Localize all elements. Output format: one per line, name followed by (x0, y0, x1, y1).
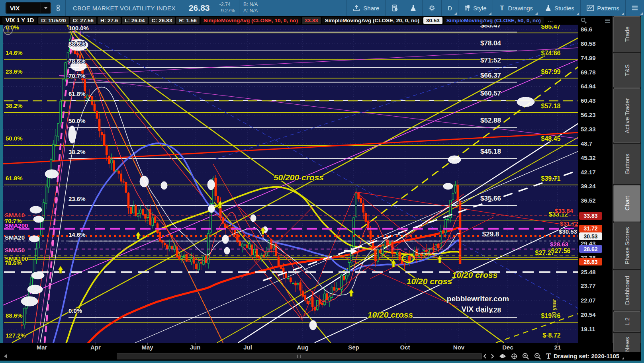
trading-platform-window: { "toolbar": { "symbol": "VIX", "descrip… (0, 0, 644, 363)
text-note-icon[interactable]: T (546, 352, 551, 360)
svg-text:$-8.72: $-8.72 (542, 332, 560, 339)
sidebar-tab-trade[interactable]: Trade (613, 16, 640, 52)
sidebar-tab-chart[interactable]: Chart (613, 185, 640, 222)
change-percent: -9.27% (219, 8, 235, 14)
price-badge: 33.83 (579, 212, 602, 220)
sidebar-tab-phase-scores[interactable]: Phase Scores (613, 222, 640, 269)
corner-triangle-icon (535, 12, 538, 15)
drawing-set-label: Drawing set: 2020-1105 (554, 353, 619, 359)
symbol-dropdown-button[interactable] (41, 3, 51, 13)
share-button[interactable]: Share (346, 0, 385, 16)
axis-tick-label: 36.52 (581, 197, 596, 204)
time-axis[interactable]: MarAprMayJunJulAugSepOctNovDec21 (0, 343, 612, 352)
chart-grid-icon[interactable] (605, 18, 611, 23)
svg-text:!: ! (7, 27, 9, 33)
study-label[interactable]: SimpleMovingAvg (CLOSE, 50, 0, no) (444, 17, 544, 24)
axis-tick-label: 86.6 (581, 26, 592, 33)
zoom-in-icon[interactable] (522, 353, 529, 360)
pan-left-icon[interactable] (4, 354, 7, 358)
study-label[interactable]: SimpleMovingAvg (CLOSE, 10, 0, no) (201, 17, 301, 24)
ask-value: A: N/A (243, 8, 258, 14)
window-border-right (641, 16, 644, 361)
settings-button[interactable] (422, 0, 441, 16)
month-label: May (141, 344, 153, 351)
svg-text:50/200 cross: 50/200 cross (274, 173, 324, 182)
patterns-button[interactable]: Patterns (580, 0, 625, 16)
svg-text:23.6%: 23.6% (6, 68, 23, 75)
chart-scrollbar[interactable] (117, 353, 482, 359)
ohlc-field: H: 27.6 (98, 17, 121, 24)
svg-text:10/20 cross: 10/20 cross (368, 310, 413, 319)
sidebar-tab-l-2[interactable]: L 2 (613, 311, 640, 332)
month-label: Nov (453, 344, 464, 351)
style-button[interactable]: Style (458, 0, 492, 16)
axis-tick-label: 80.58 (581, 40, 596, 47)
step-left-icon[interactable] (483, 354, 486, 359)
window-border-left (0, 25, 3, 361)
price-chart[interactable]: 0.0%14.6%23.6%38.2%50.0%61.8%88.6%127.2%… (0, 25, 578, 343)
timeframe-button[interactable]: D (441, 0, 458, 16)
axis-tick-label: 42.17 (581, 169, 596, 176)
axis-tick-label: 45.32 (581, 154, 596, 161)
svg-text:10/20 cross: 10/20 cross (407, 277, 452, 286)
sidebar-tab-active-trader[interactable]: Active Trader (613, 88, 640, 143)
chevron-down-icon (44, 7, 48, 9)
price-badge: 30.53 (579, 232, 602, 240)
axis-tick-label: 69.78 (581, 69, 596, 76)
study-value: 30.53 (423, 17, 442, 24)
step-right-icon[interactable] (491, 354, 494, 359)
divider (183, 0, 183, 16)
analyze-button[interactable] (404, 0, 422, 16)
month-label: Mar (37, 344, 47, 351)
axis-tick-label: 60.43 (581, 97, 596, 104)
svg-text:$27.27: $27.27 (535, 250, 555, 256)
study-value: 33.83 (302, 17, 321, 24)
drawing-set-button[interactable]: Drawing set: 2020-1105 (554, 353, 625, 359)
price-axis[interactable]: 86.680.5874.9969.7864.9460.4356.2352.334… (578, 25, 612, 343)
svg-text:61.8%: 61.8% (69, 90, 86, 97)
zoom-out-icon[interactable] (534, 353, 541, 360)
scrollbar-grip[interactable] (297, 355, 301, 358)
svg-text:VIX daily: VIX daily (461, 305, 493, 313)
corner-triangle-icon (622, 12, 624, 15)
corner-triangle-icon (577, 12, 579, 15)
symbol-description: CBOE MARKET VOLATILITY INDEX (73, 5, 176, 12)
ohlc-field: C: 26.83 (149, 17, 175, 24)
sidebar-tab-t-s[interactable]: T&S (613, 53, 640, 88)
svg-text:$35.66: $35.66 (480, 195, 501, 202)
studies-button[interactable]: Studies (539, 0, 580, 16)
chart-nav-icons: T (483, 352, 551, 361)
pan-to-end-icon[interactable] (499, 353, 506, 359)
svg-text:$71.52: $71.52 (480, 57, 501, 64)
svg-text:$57.18: $57.18 (541, 103, 561, 109)
svg-text:14.6%: 14.6% (6, 49, 23, 56)
menu-button[interactable] (625, 0, 644, 16)
bid-value: B: N/A (243, 2, 258, 8)
symbol-value: VIX (6, 5, 41, 12)
corner-triangle-icon (454, 12, 457, 15)
svg-text:pebblewriter.com: pebblewriter.com (447, 295, 509, 303)
button-label: Studies (554, 5, 574, 12)
axis-tick-label: 19.11 (581, 326, 595, 332)
axis-tick-label: 48.7 (581, 140, 592, 147)
ohlc-field: O: 27.56 (70, 17, 97, 24)
auto-center-icon[interactable] (511, 353, 517, 359)
study-label[interactable]: SimpleMovingAvg (CLOSE, 20, 0, no) (322, 17, 422, 24)
svg-text:14.6%: 14.6% (69, 231, 86, 238)
link-icon[interactable] (55, 4, 61, 12)
svg-text:61.8%: 61.8% (6, 175, 23, 182)
sidebar-tab-dashboard[interactable]: Dashboard (613, 270, 640, 310)
svg-text:T: T (500, 5, 504, 11)
ohlc-field: R: 1.56 (176, 17, 199, 24)
month-label: Apr (90, 344, 101, 351)
cursor-tool-icon[interactable] (581, 18, 587, 23)
drawings-button[interactable]: TDrawings (493, 0, 539, 16)
gear-icon (429, 5, 435, 12)
svg-text:50.0%: 50.0% (69, 117, 86, 124)
svg-text:88.6%: 88.6% (6, 312, 23, 319)
change-block: -2.74 -9.27% (219, 2, 235, 14)
sidebar-tab-buttons[interactable]: Buttons (613, 144, 640, 184)
notes-button[interactable]: i (385, 0, 404, 16)
symbol-input[interactable]: VIX (6, 2, 51, 14)
svg-text:70.7%: 70.7% (69, 72, 86, 79)
